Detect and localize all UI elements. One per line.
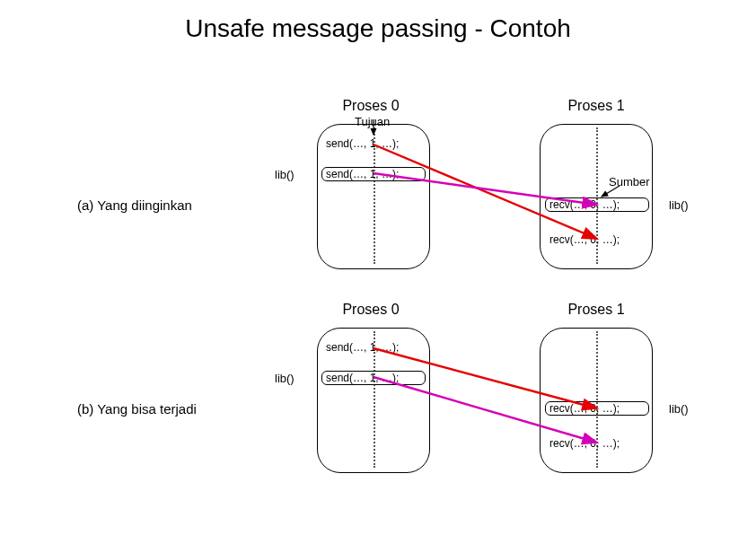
recv2-b-text: recv(…, 0, …); <box>549 437 620 450</box>
case-a-label: (a) Yang diinginkan <box>77 197 192 213</box>
send1-b-text: send(…, 1, …); <box>326 341 399 354</box>
proc0-b-label: Proses 0 <box>335 302 407 318</box>
recv2-a-text: recv(…, 0, …); <box>549 233 620 246</box>
sumber-label: Sumber <box>609 175 650 189</box>
lib-a-left: lib() <box>275 168 294 181</box>
send1-a-text: send(…, 1, …); <box>326 137 399 150</box>
lib-b-right: lib() <box>669 402 689 416</box>
recv1-b-text: recv(…, 0, …); <box>549 402 620 415</box>
send2-a-text: send(…, 1, …); <box>326 168 399 180</box>
send2-b-text: send(…, 1, …); <box>326 372 399 384</box>
recv1-a-text: recv(…, 0, …); <box>549 198 620 211</box>
proc1-b-label: Proses 1 <box>560 302 632 318</box>
lib-b-left: lib() <box>275 372 294 385</box>
proc1-a-label: Proses 1 <box>560 98 632 114</box>
diagram-container: Proses 0 Proses 1 Tujuan send(…, 1, …); … <box>0 0 756 535</box>
case-b-label: (b) Yang bisa terjadi <box>77 401 197 417</box>
proc0-a-label: Proses 0 <box>335 98 407 114</box>
lib-a-right: lib() <box>669 198 689 212</box>
